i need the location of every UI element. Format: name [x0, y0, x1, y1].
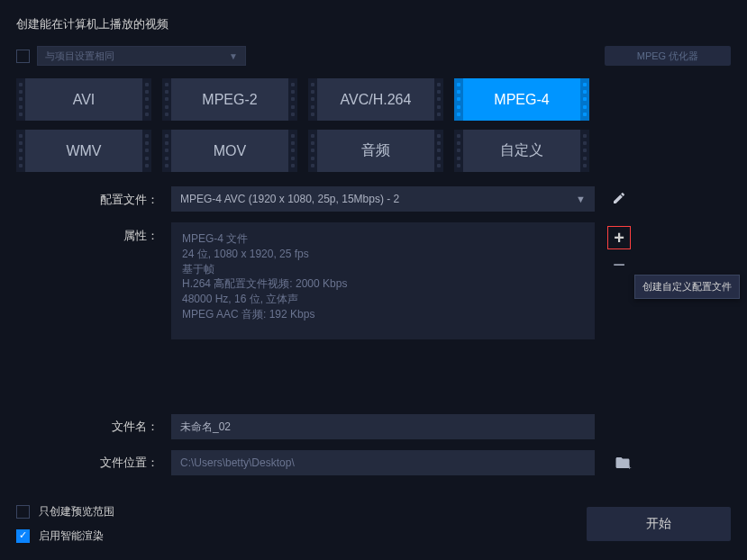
- format-label: 自定义: [500, 141, 543, 160]
- format-label: WMV: [66, 143, 101, 159]
- browse-folder-button[interactable]: +: [611, 451, 634, 474]
- filelocation-input[interactable]: C:\Users\betty\Desktop\: [171, 450, 595, 475]
- tooltip: 创建自定义配置文件: [634, 275, 740, 299]
- format-label: AVI: [73, 92, 96, 108]
- mpeg-optimizer-button[interactable]: MPEG 优化器: [605, 46, 731, 66]
- smart-render-label: 启用智能渲染: [39, 528, 104, 544]
- filename-input[interactable]: 未命名_02: [171, 414, 595, 439]
- folder-plus-icon: +: [614, 455, 632, 471]
- profile-label: 配置文件：: [87, 186, 159, 208]
- start-button[interactable]: 开始: [587, 507, 731, 541]
- attr-line: 24 位, 1080 x 1920, 25 fps: [182, 247, 584, 262]
- format-wmv[interactable]: WMV: [16, 130, 151, 172]
- attr-line: MPEG-4 文件: [182, 231, 584, 247]
- add-profile-button[interactable]: +: [607, 226, 631, 249]
- format-mov[interactable]: MOV: [162, 130, 297, 172]
- project-same-dropdown[interactable]: 与项目设置相同 ▼: [37, 46, 246, 66]
- preview-only-checkbox[interactable]: [16, 505, 30, 519]
- attr-line: 48000 Hz, 16 位, 立体声: [182, 292, 584, 307]
- format-label: MOV: [214, 143, 246, 159]
- format-label: MPEG-2: [202, 92, 257, 108]
- format-custom[interactable]: 自定义: [454, 130, 589, 172]
- format-label: AVC/H.264: [341, 92, 412, 108]
- format-mpeg4[interactable]: MPEG-4: [454, 78, 589, 121]
- chevron-down-icon: ▼: [576, 194, 586, 204]
- project-same-label: 与项目设置相同: [45, 50, 114, 63]
- edit-profile-button[interactable]: [607, 186, 631, 210]
- format-label: MPEG-4: [494, 92, 549, 108]
- format-avi[interactable]: AVI: [16, 78, 151, 121]
- svg-text:+: +: [627, 464, 632, 472]
- pencil-icon: [612, 191, 626, 205]
- format-mpeg2[interactable]: MPEG-2: [162, 78, 297, 121]
- format-audio[interactable]: 音频: [308, 130, 443, 172]
- filename-label: 文件名：: [87, 419, 159, 435]
- attributes-box: MPEG-4 文件 24 位, 1080 x 1920, 25 fps 基于帧 …: [171, 222, 595, 339]
- profile-value: MPEG-4 AVC (1920 x 1080, 25p, 15Mbps) - …: [180, 193, 399, 205]
- plus-icon: +: [614, 229, 624, 247]
- attr-line: H.264 高配置文件视频: 2000 Kbps: [182, 276, 584, 292]
- attr-line: 基于帧: [182, 262, 584, 277]
- filelocation-label: 文件位置：: [87, 455, 159, 471]
- format-avc-h264[interactable]: AVC/H.264: [308, 78, 443, 121]
- smart-render-checkbox[interactable]: [16, 529, 30, 543]
- chevron-down-icon: ▼: [229, 51, 238, 61]
- remove-profile-button[interactable]: −: [607, 253, 631, 276]
- preview-only-label: 只创建预览范围: [39, 504, 114, 519]
- profile-select[interactable]: MPEG-4 AVC (1920 x 1080, 25p, 15Mbps) - …: [171, 186, 595, 212]
- attr-label: 属性：: [87, 222, 159, 244]
- attr-line: MPEG AAC 音频: 192 Kbps: [182, 307, 584, 322]
- minus-icon: −: [613, 254, 625, 275]
- page-title: 创建能在计算机上播放的视频: [16, 16, 731, 32]
- project-same-checkbox[interactable]: [16, 50, 30, 63]
- format-label: 音频: [361, 141, 390, 160]
